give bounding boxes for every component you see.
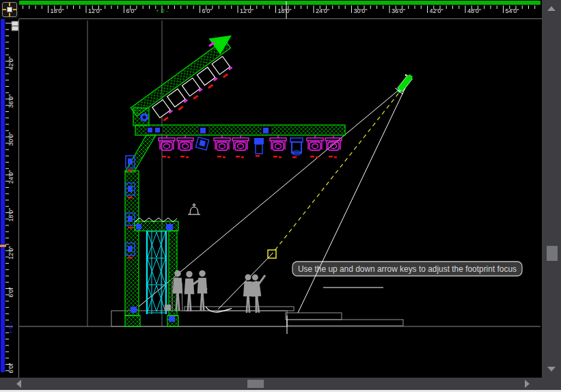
origin-dash-top-icon <box>9 3 10 6</box>
scroll-up-arrow-icon[interactable] <box>547 6 556 11</box>
ruler-label: 6'0" <box>126 8 137 14</box>
moving-head-fixture[interactable] <box>325 135 342 158</box>
application-window: 18'0"12'0"6'0"6'0"12'0"18'0"24'0"30'0"36… <box>0 0 561 392</box>
scroll-right-arrow-icon[interactable] <box>525 380 530 388</box>
ruler-label: 6'0" <box>8 288 14 298</box>
fixture-row[interactable] <box>159 135 342 158</box>
beam-footprint <box>206 307 232 312</box>
horizontal-scrollbar[interactable] <box>0 378 542 390</box>
origin-dash-bottom-icon <box>9 13 10 16</box>
ruler-label: 36'0" <box>8 94 14 108</box>
ruler-label: 18'0" <box>278 8 292 14</box>
horizontal-ruler[interactable]: 18'0"12'0"6'0"6'0"12'0"18'0"24'0"30'0"36… <box>19 0 542 19</box>
hanging-mic-icon <box>188 204 200 215</box>
blue-fixture[interactable] <box>290 138 303 158</box>
ruler-label: 18'0" <box>51 8 64 14</box>
truss-brace <box>125 135 156 172</box>
scrollbar-corner <box>542 378 561 390</box>
scroll-left-arrow-icon[interactable] <box>16 380 21 388</box>
ruler-label: 6'0" <box>202 8 213 14</box>
performer[interactable] <box>250 274 262 313</box>
moving-head-fixture[interactable] <box>159 135 175 158</box>
moving-head-fixture[interactable] <box>270 135 286 158</box>
performer[interactable] <box>243 275 253 313</box>
ruler-label: 36'0" <box>392 8 405 14</box>
vertical-ruler[interactable]: 42'0"36'0"30'0"24'0"18'0"12'0"6'0"6'0"+ … <box>0 19 19 378</box>
moving-head-fixture[interactable] <box>177 135 193 158</box>
ruler-blue-strip <box>1 19 5 372</box>
vertical-scroll-thumb[interactable] <box>547 246 558 261</box>
moving-head-fixture[interactable] <box>232 135 249 158</box>
origin-dash-right-icon <box>13 9 16 10</box>
blue-fixture[interactable] <box>254 138 264 157</box>
ruler-label: 54'0" <box>506 8 519 14</box>
drawing-canvas[interactable]: Use the up and down arrow keys to adjust… <box>19 19 542 378</box>
ruler-label: 6'0" <box>8 363 14 374</box>
ruler-label: 12'0" <box>8 246 14 260</box>
fixture-dot <box>405 74 407 76</box>
ruler-origin-label: + 0 - <box>8 322 14 334</box>
ruler-cursor-marker <box>0 245 6 247</box>
lift-tower-cyan[interactable] <box>147 231 166 314</box>
ruler-label: 12'0" <box>240 8 254 14</box>
tower-clamp <box>169 316 175 322</box>
tooltip-text: Use the up and down arrow keys to adjust… <box>298 264 517 274</box>
scroll-down-arrow-icon[interactable] <box>547 367 556 372</box>
origin-center-icon <box>7 7 12 12</box>
ruler-label: 24'0" <box>8 170 14 184</box>
blue-fixture[interactable] <box>195 137 208 150</box>
grid-lines <box>19 20 541 326</box>
line-array-boom-truss[interactable] <box>124 27 249 133</box>
ruler-label: 30'0" <box>8 132 14 146</box>
tooltip: Use the up and down arrow keys to adjust… <box>292 262 522 276</box>
horizontal-scroll-thumb[interactable] <box>247 380 264 388</box>
followspot-fixture[interactable] <box>394 72 415 95</box>
origin-dash-left-icon <box>3 9 6 10</box>
moving-head-fixture[interactable] <box>214 135 230 158</box>
screen-structure[interactable] <box>135 218 178 316</box>
stage-monitor <box>165 305 171 311</box>
performer[interactable] <box>184 271 195 311</box>
ruler-label: 48'0" <box>467 8 481 14</box>
origin-reset-widget[interactable] <box>0 0 19 19</box>
ruler-label: 30'0" <box>354 8 368 14</box>
ruler-green-strip <box>19 1 541 5</box>
ruler-label: 18'0" <box>8 208 14 222</box>
vertical-scrollbar[interactable] <box>542 0 561 378</box>
ruler-label: 42'0" <box>8 57 14 70</box>
tower-clamp <box>131 307 137 313</box>
ruler-label: 24'0" <box>316 8 329 14</box>
ruler-label: 42'0" <box>430 8 443 14</box>
performer[interactable] <box>197 270 208 311</box>
ruler-origin-label: + 0 - <box>156 8 168 14</box>
ruler-label: 12'0" <box>88 8 102 14</box>
